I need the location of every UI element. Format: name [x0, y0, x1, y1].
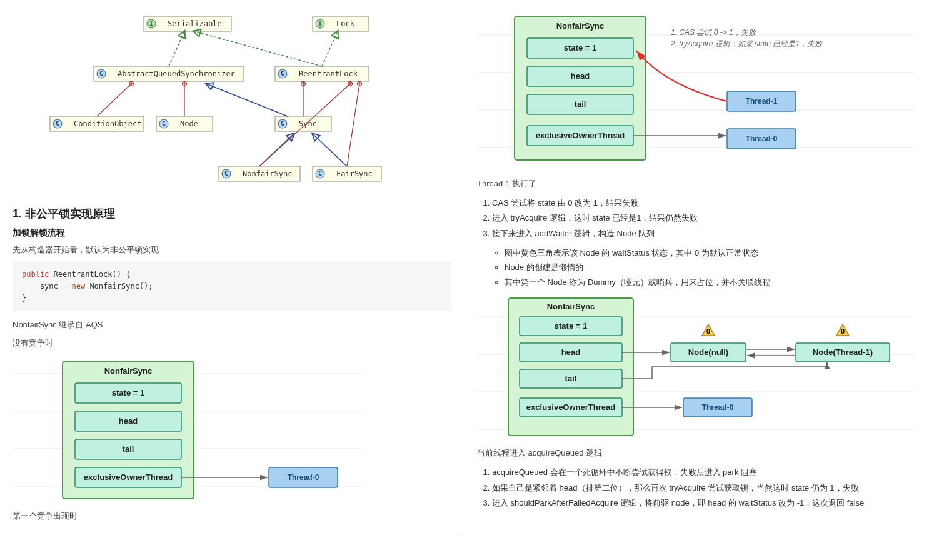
svg-line-29	[194, 31, 322, 66]
svg-line-31	[97, 84, 131, 116]
svg-line-33	[206, 84, 288, 116]
inherit-paragraph: NonfairSync 继承自 AQS	[13, 319, 451, 332]
diagram-no-contention: NonfairSync state = 1 head tail exclusiv…	[13, 355, 451, 505]
svg-text:C: C	[281, 120, 284, 127]
svg-text:I: I	[149, 20, 153, 27]
svg-text:state = 1: state = 1	[555, 321, 587, 331]
svg-text:head: head	[561, 348, 580, 357]
no-contention-paragraph: 没有竞争时	[13, 337, 451, 350]
svg-text:head: head	[571, 71, 590, 81]
uml-sync: Sync	[299, 119, 317, 128]
diagram-contention: NonfairSync state = 1 head tail exclusiv…	[477, 10, 916, 172]
svg-text:I: I	[318, 20, 322, 27]
uml-fair: FairSync	[336, 169, 373, 178]
svg-text:head: head	[119, 416, 138, 426]
section-heading: 1. 非公平锁实现原理	[13, 206, 451, 221]
note-item: 图中黄色三角表示该 Node 的 waitStatus 状态，其中 0 为默认正…	[505, 246, 916, 260]
svg-text:C: C	[318, 170, 322, 177]
note-item: 其中第一个 Node 称为 Dummy（哑元）或哨兵，用来占位，并不关联线程	[505, 275, 916, 289]
svg-text:2. tryAcquire 逻辑：如果 state 已经是1: 2. tryAcquire 逻辑：如果 state 已经是1，失败	[670, 39, 823, 48]
svg-text:exclusiveOwnerThread: exclusiveOwnerThread	[84, 472, 173, 482]
svg-text:exclusiveOwnerThread: exclusiveOwnerThread	[536, 131, 625, 140]
svg-text:Thread-1: Thread-1	[746, 97, 778, 106]
uml-condobj: ConditionObject	[74, 119, 141, 128]
note-item: Node 的创建是懒惰的	[505, 260, 916, 274]
step-item: acquireQueued 会在一个死循环中不断尝试获得锁，失败后进入 park…	[492, 465, 916, 481]
step-item: 进入 shouldParkAfterFailedAcquire 逻辑，将前驱 n…	[492, 496, 916, 511]
svg-text:Node(Thread-1): Node(Thread-1)	[813, 348, 873, 357]
left-column: I Serializable I Lock C AbstractQueuedSy…	[0, 0, 464, 536]
uml-nonfair: NonfairSync	[243, 169, 292, 178]
svg-line-36	[313, 134, 347, 166]
svg-text:tail: tail	[575, 99, 586, 109]
svg-text:state = 1: state = 1	[564, 43, 596, 52]
right-column: NonfairSync state = 1 head tail exclusiv…	[464, 0, 929, 536]
svg-line-28	[169, 31, 184, 66]
node-notes-list: 图中黄色三角表示该 Node 的 waitStatus 状态，其中 0 为默认正…	[505, 246, 916, 289]
svg-text:C: C	[162, 120, 166, 127]
first-contention-paragraph: 第一个竞争出现时	[13, 510, 451, 523]
svg-text:0: 0	[706, 328, 710, 335]
uml-serializable: Serializable	[168, 19, 222, 28]
uml-node: Node	[180, 119, 198, 128]
uml-lock: Lock	[336, 19, 355, 28]
uml-reentrant: ReentrantLock	[299, 69, 358, 78]
step-item: 接下来进入 addWaiter 逻辑，构造 Node 队列	[492, 226, 916, 242]
svg-line-37	[259, 84, 350, 166]
svg-text:Thread-0: Thread-0	[288, 473, 319, 482]
svg-line-38	[347, 84, 359, 166]
intro-paragraph: 先从构造器开始看，默认为非公平锁实现	[13, 244, 451, 257]
acquire-queued-paragraph: 当前线程进入 acquireQueued 逻辑	[477, 447, 916, 460]
svg-text:tail: tail	[565, 374, 577, 383]
steps-list-1: CAS 尝试将 state 由 0 改为 1，结果失败 进入 tryAcquir…	[492, 196, 916, 242]
svg-text:Thread-0: Thread-0	[702, 403, 734, 412]
svg-text:NonfairSync: NonfairSync	[556, 21, 605, 31]
svg-text:Node(null): Node(null)	[688, 348, 728, 357]
code-block-constructor: public ReentrantLock() { sync = new Nonf…	[13, 262, 451, 312]
svg-text:C: C	[281, 70, 284, 77]
svg-text:C: C	[99, 70, 103, 77]
svg-text:C: C	[224, 170, 228, 177]
svg-text:0: 0	[841, 328, 845, 335]
step-item: 进入 tryAcquire 逻辑，这时 state 已经是1，结果仍然失败	[492, 211, 916, 226]
svg-text:tail: tail	[123, 444, 134, 454]
svg-text:Thread-0: Thread-0	[746, 134, 778, 143]
svg-text:exclusiveOwnerThread: exclusiveOwnerThread	[526, 402, 615, 412]
uml-aqs: AbstractQueuedSynchronizer	[118, 69, 235, 78]
svg-text:NonfairSync: NonfairSync	[547, 302, 595, 311]
svg-text:NonfairSync: NonfairSync	[104, 366, 153, 376]
uml-class-diagram: I Serializable I Lock C AbstractQueuedSy…	[13, 10, 451, 198]
svg-text:C: C	[56, 120, 59, 127]
steps-list-2: acquireQueued 会在一个死循环中不断尝试获得锁，失败后进入 park…	[492, 465, 916, 511]
thread1-exec: Thread-1 执行了	[477, 178, 916, 191]
subsection-heading: 加锁解锁流程	[13, 228, 451, 239]
step-item: CAS 尝试将 state 由 0 改为 1，结果失败	[492, 196, 916, 211]
step-item: 如果自己是紧邻着 head（排第二位），那么再次 tryAcquire 尝试获取…	[492, 481, 916, 496]
svg-text:1. CAS 尝试 0 -> 1，失败: 1. CAS 尝试 0 -> 1，失败	[671, 28, 757, 37]
svg-line-30	[322, 31, 338, 66]
diagram-node-list: NonfairSync state = 1 head tail exclusiv…	[477, 292, 916, 442]
svg-text:state = 1: state = 1	[112, 388, 144, 398]
